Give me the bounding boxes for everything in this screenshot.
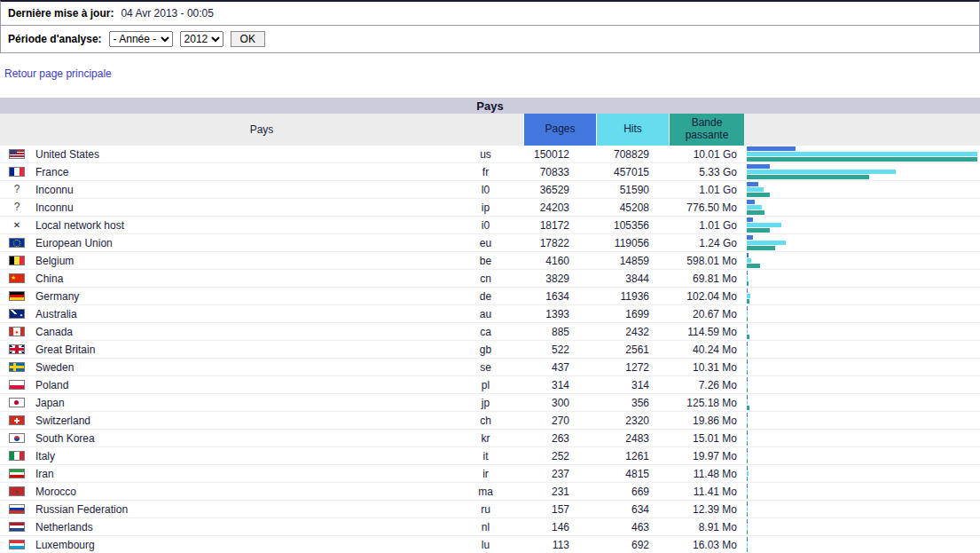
pages-bar xyxy=(747,217,753,222)
back-link[interactable]: Retour page principale xyxy=(4,67,112,80)
hits-value: 669 xyxy=(596,486,669,498)
country-flag-icon xyxy=(9,167,25,177)
table-row: European Union eu 17822 119056 1.24 Go xyxy=(0,234,980,252)
pages-bar xyxy=(747,466,748,470)
hits-bar xyxy=(747,471,749,476)
hits-bar xyxy=(747,383,748,387)
year-select[interactable]: 2012 xyxy=(180,31,223,47)
country-code: ma xyxy=(448,486,523,498)
bars-cell xyxy=(745,342,980,357)
table-row: Inconnu ip 24203 45208 776.50 Mo xyxy=(0,199,980,217)
pages-value: 70833 xyxy=(523,166,596,178)
country-name: Sweden xyxy=(35,361,74,374)
table-row: Local network host i0 18172 105356 1.01 … xyxy=(0,217,980,234)
country-code: pl xyxy=(448,379,523,391)
hits-value: 105356 xyxy=(596,219,669,232)
bandwidth-value: 11.41 Mo xyxy=(669,486,745,498)
bandwidth-bar xyxy=(747,317,748,321)
bandwidth-value: 19.86 Mo xyxy=(669,415,745,427)
bandwidth-bar xyxy=(747,228,770,233)
country-flag-icon xyxy=(9,398,25,407)
last-update-label: Dernière mise à jour: xyxy=(8,7,114,20)
bandwidth-bar xyxy=(747,335,749,339)
pages-value: 150012 xyxy=(523,148,596,161)
country-name: United States xyxy=(35,148,99,161)
country-name: Great Britain xyxy=(35,344,95,356)
table-row: Switzerland ch 270 2320 19.86 Mo xyxy=(0,412,980,430)
country-name: Belgium xyxy=(35,255,74,267)
pages-bar xyxy=(747,502,748,506)
hits-bar xyxy=(747,365,748,369)
hits-value: 3844 xyxy=(596,273,669,285)
pages-value: 263 xyxy=(523,432,596,445)
pages-bar xyxy=(747,146,796,151)
country-flag-icon xyxy=(9,522,25,532)
hits-bar xyxy=(747,525,748,529)
country-name: Poland xyxy=(35,379,68,391)
table-row: South Korea kr 263 2483 15.01 Mo xyxy=(0,430,980,447)
hits-value: 45208 xyxy=(596,201,669,214)
bandwidth-bar xyxy=(747,441,748,446)
ok-button[interactable]: OK xyxy=(231,31,265,47)
country-code: us xyxy=(448,148,523,161)
country-name: European Union xyxy=(35,237,113,249)
bars-cell xyxy=(745,235,980,250)
pages-bar xyxy=(747,306,748,311)
hits-bar xyxy=(747,187,764,192)
bandwidth-bar xyxy=(747,423,748,428)
bars-cell xyxy=(745,413,980,428)
hits-bar xyxy=(747,152,977,156)
country-code: lu xyxy=(448,539,523,551)
bandwidth-value: 776.50 Mo xyxy=(669,201,745,214)
country-code: ir xyxy=(448,468,523,480)
country-flag-icon xyxy=(9,380,25,390)
hits-bar xyxy=(747,241,786,245)
country-name: Morocco xyxy=(35,486,76,498)
bars-cell xyxy=(745,271,980,286)
hits-value: 51590 xyxy=(596,184,669,196)
hits-value: 634 xyxy=(596,503,669,516)
country-name: Russian Federation xyxy=(35,503,128,516)
table-row: China cn 3829 3844 69.81 Mo xyxy=(0,270,980,288)
hits-value: 1699 xyxy=(596,308,669,320)
bandwidth-bar xyxy=(747,406,749,410)
bandwidth-bar xyxy=(747,352,748,357)
bars-cell xyxy=(745,217,980,233)
country-code: au xyxy=(448,308,523,320)
pages-value: 4160 xyxy=(523,255,596,267)
country-code: be xyxy=(448,255,523,267)
hits-bar xyxy=(747,418,748,423)
pages-value: 3829 xyxy=(523,273,596,285)
hits-bar xyxy=(747,294,750,298)
table-title: Pays xyxy=(0,98,980,114)
pages-bar xyxy=(747,182,758,186)
bars-cell xyxy=(745,484,980,499)
pages-bar xyxy=(747,395,748,399)
period-type-select[interactable]: - Année - xyxy=(109,31,173,47)
bars-cell xyxy=(745,253,980,268)
pages-value: 522 xyxy=(523,344,596,356)
pages-value: 300 xyxy=(523,397,596,409)
bars-cell xyxy=(745,377,980,392)
bandwidth-value: 1.01 Go xyxy=(669,219,745,232)
pages-value: 146 xyxy=(523,521,596,533)
bandwidth-value: 1.24 Go xyxy=(669,237,745,249)
bandwidth-bar xyxy=(747,477,748,481)
country-code: de xyxy=(448,290,523,303)
col-header-hits: Hits xyxy=(596,114,669,146)
country-table: Pays Pays Pages Hits Bande passante Unit… xyxy=(0,98,980,553)
hits-value: 2432 xyxy=(596,326,669,338)
pages-value: 885 xyxy=(523,326,596,338)
hits-bar xyxy=(747,258,751,263)
pages-value: 113 xyxy=(523,539,596,551)
bandwidth-bar xyxy=(747,281,749,286)
table-row: Inconnu l0 36529 51590 1.01 Go xyxy=(0,181,980,199)
pages-bar xyxy=(747,519,748,524)
country-name: France xyxy=(35,166,68,178)
col-header-country: Pays xyxy=(0,114,523,146)
pages-bar xyxy=(747,271,748,275)
country-name: Australia xyxy=(35,308,77,320)
country-flag-icon xyxy=(9,238,25,248)
country-name: Netherlands xyxy=(35,521,93,533)
bandwidth-bar xyxy=(747,530,748,534)
